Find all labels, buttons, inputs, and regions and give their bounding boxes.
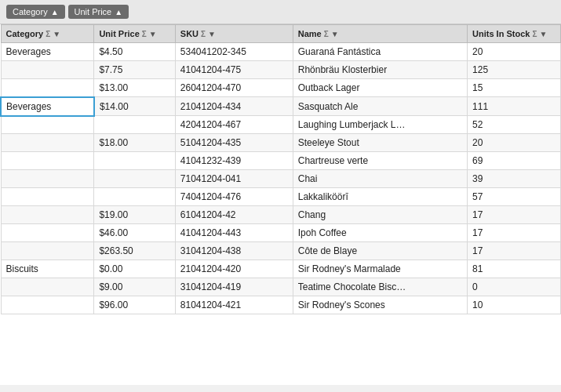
col-header-units-in-stock[interactable]: Units In Stock Σ ▼ [468, 25, 561, 43]
col-header-name[interactable]: Name Σ ▼ [293, 25, 467, 43]
table-row[interactable]: $13.0026041204-470Outback Lager15 [1, 79, 561, 97]
sku-cell[interactable]: 81041204-421 [175, 296, 293, 314]
price-cell[interactable]: $96.00 [94, 296, 175, 314]
price-cell[interactable]: $263.50 [94, 242, 175, 260]
price-cell[interactable]: $7.75 [94, 61, 175, 79]
sku-cell[interactable]: 41041204-475 [175, 61, 293, 79]
stock-cell[interactable]: 10 [468, 296, 561, 314]
stock-cell[interactable]: 0 [468, 278, 561, 296]
funnel-icon-name[interactable]: ▼ [331, 30, 339, 38]
col-header-category[interactable]: Category Σ ▼ [1, 25, 94, 43]
table-row[interactable]: Beverages$4.50534041202-345Guaraná Fantá… [1, 43, 561, 61]
name-cell[interactable]: Teatime Chocolate Bisc… [293, 278, 467, 296]
table-row[interactable]: Biscuits$0.0021041204-420Sir Rodney's Ma… [1, 260, 561, 278]
name-cell[interactable]: Lakkaliköörī [293, 188, 467, 206]
table-row[interactable]: Beverages$14.0021041204-434Sasquatch Ale… [1, 97, 561, 116]
category-filter-chip[interactable]: Category ▲ [6, 5, 65, 19]
sku-cell[interactable]: 534041202-345 [175, 43, 293, 61]
table-row[interactable]: $7.7541041204-475Rhönbräu Klosterbier125 [1, 61, 561, 79]
category-cell[interactable] [1, 188, 94, 206]
col-header-sku[interactable]: SKU Σ ▼ [175, 25, 293, 43]
table-container[interactable]: Category Σ ▼ Unit Price Σ ▼ SKU Σ [0, 24, 561, 385]
name-cell[interactable]: Outback Lager [293, 79, 467, 97]
name-cell[interactable]: Sir Rodney's Scones [293, 296, 467, 314]
category-cell[interactable] [1, 152, 94, 170]
category-cell[interactable] [1, 296, 94, 314]
sku-cell[interactable]: 41041232-439 [175, 152, 293, 170]
category-cell[interactable] [1, 278, 94, 296]
sku-cell[interactable]: 21041204-434 [175, 97, 293, 116]
table-row[interactable]: 71041204-041Chai39 [1, 170, 561, 188]
price-cell[interactable] [94, 116, 175, 134]
price-cell[interactable] [94, 188, 175, 206]
stock-cell[interactable]: 39 [468, 170, 561, 188]
stock-cell[interactable]: 125 [468, 61, 561, 79]
category-cell[interactable] [1, 61, 94, 79]
stock-cell[interactable]: 20 [468, 134, 561, 152]
category-cell[interactable] [1, 224, 94, 242]
sku-cell[interactable]: 31041204-419 [175, 278, 293, 296]
category-cell[interactable] [1, 116, 94, 134]
stock-cell[interactable]: 111 [468, 97, 561, 116]
funnel-icon-stock[interactable]: ▼ [539, 30, 547, 38]
sku-cell[interactable]: 71041204-041 [175, 170, 293, 188]
stock-cell[interactable]: 17 [468, 242, 561, 260]
name-cell[interactable]: Chang [293, 206, 467, 224]
name-cell[interactable]: Laughing Lumberjack L… [293, 116, 467, 134]
category-cell[interactable] [1, 242, 94, 260]
category-cell[interactable] [1, 134, 94, 152]
name-cell[interactable]: Steeleye Stout [293, 134, 467, 152]
sku-cell[interactable]: 41041204-443 [175, 224, 293, 242]
table-row[interactable]: $263.5031041204-438Côte de Blaye17 [1, 242, 561, 260]
table-row[interactable]: $18.0051041204-435Steeleye Stout20 [1, 134, 561, 152]
stock-cell[interactable]: 15 [468, 79, 561, 97]
category-cell[interactable]: Beverages [1, 97, 94, 116]
name-cell[interactable]: Ipoh Coffee [293, 224, 467, 242]
funnel-icon-category[interactable]: ▼ [53, 30, 60, 38]
sku-cell[interactable]: 21041204-420 [175, 260, 293, 278]
name-cell[interactable]: Sasquatch Ale [293, 97, 467, 116]
sku-cell[interactable]: 61041204-42 [175, 206, 293, 224]
table-row[interactable]: 74041204-476Lakkaliköörī57 [1, 188, 561, 206]
table-row[interactable]: $9.0031041204-419Teatime Chocolate Bisc…… [1, 278, 561, 296]
unit-price-filter-chip[interactable]: Unit Price ▲ [68, 5, 129, 19]
funnel-icon-price[interactable]: ▼ [149, 30, 157, 38]
price-cell[interactable] [94, 152, 175, 170]
sku-cell[interactable]: 51041204-435 [175, 134, 293, 152]
stock-cell[interactable]: 57 [468, 188, 561, 206]
name-cell[interactable]: Guaraná Fantástica [293, 43, 467, 61]
price-cell[interactable]: $46.00 [94, 224, 175, 242]
category-cell[interactable] [1, 170, 94, 188]
name-cell[interactable]: Rhönbräu Klosterbier [293, 61, 467, 79]
price-cell[interactable]: $19.00 [94, 206, 175, 224]
sku-cell[interactable]: 74041204-476 [175, 188, 293, 206]
table-row[interactable]: $96.0081041204-421Sir Rodney's Scones10 [1, 296, 561, 314]
stock-cell[interactable]: 20 [468, 43, 561, 61]
price-cell[interactable]: $0.00 [94, 260, 175, 278]
table-row[interactable]: 41041232-439Chartreuse verte69 [1, 152, 561, 170]
name-cell[interactable]: Chartreuse verte [293, 152, 467, 170]
category-cell[interactable] [1, 79, 94, 97]
table-row[interactable]: 42041204-467Laughing Lumberjack L…52 [1, 116, 561, 134]
name-cell[interactable]: Côte de Blaye [293, 242, 467, 260]
name-cell[interactable]: Chai [293, 170, 467, 188]
sku-cell[interactable]: 42041204-467 [175, 116, 293, 134]
category-cell[interactable] [1, 206, 94, 224]
stock-cell[interactable]: 17 [468, 224, 561, 242]
price-cell[interactable] [94, 170, 175, 188]
stock-cell[interactable]: 52 [468, 116, 561, 134]
stock-cell[interactable]: 81 [468, 260, 561, 278]
price-cell[interactable]: $14.00 [94, 97, 175, 116]
table-row[interactable]: $46.0041041204-443Ipoh Coffee17 [1, 224, 561, 242]
price-cell[interactable]: $13.00 [94, 79, 175, 97]
stock-cell[interactable]: 69 [468, 152, 561, 170]
table-row[interactable]: $19.0061041204-42Chang17 [1, 206, 561, 224]
sku-cell[interactable]: 26041204-470 [175, 79, 293, 97]
price-cell[interactable]: $4.50 [94, 43, 175, 61]
stock-cell[interactable]: 17 [468, 206, 561, 224]
category-cell[interactable]: Biscuits [1, 260, 94, 278]
category-cell[interactable]: Beverages [1, 43, 94, 61]
price-cell[interactable]: $18.00 [94, 134, 175, 152]
col-header-unit-price[interactable]: Unit Price Σ ▼ [94, 25, 175, 43]
name-cell[interactable]: Sir Rodney's Marmalade [293, 260, 467, 278]
